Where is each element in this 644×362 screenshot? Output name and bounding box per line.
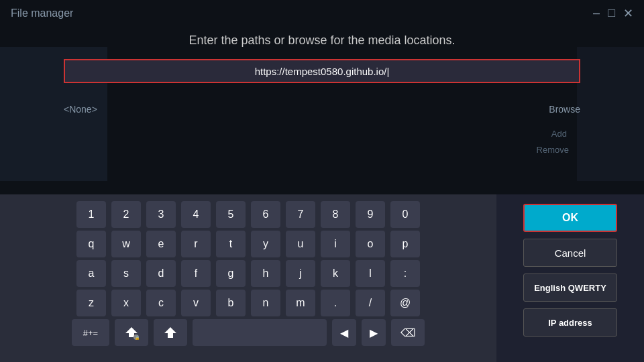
close-icon[interactable]: ✕ — [623, 6, 633, 21]
key-1[interactable]: 1 — [76, 201, 106, 228]
key-shift[interactable] — [154, 319, 187, 346]
key-symbols[interactable]: #+= — [72, 319, 109, 346]
keyboard-row-al: a s d f g h j k l : — [76, 260, 420, 287]
url-input[interactable] — [64, 59, 580, 83]
key-arrow-left[interactable]: ◀ — [332, 319, 356, 346]
key-k[interactable]: k — [321, 260, 350, 287]
ip-address-button[interactable]: IP address — [523, 308, 617, 337]
key-e[interactable]: e — [146, 231, 176, 257]
keyboard-row-special: #+= 🔒 ◀ ▶ ⌫ — [72, 319, 425, 346]
key-6[interactable]: 6 — [251, 201, 280, 228]
keyboard-row-numbers: 1 2 3 4 5 6 7 8 9 0 — [76, 201, 420, 228]
cancel-button[interactable]: Cancel — [523, 239, 617, 267]
bg-panel-right — [577, 47, 644, 181]
key-g[interactable]: g — [216, 260, 246, 287]
key-9[interactable]: 9 — [356, 201, 385, 228]
none-label: <None> — [64, 104, 97, 115]
key-q[interactable]: q — [76, 231, 106, 257]
key-d[interactable]: d — [146, 260, 176, 287]
key-z[interactable]: z — [76, 290, 106, 316]
action-panel: OK Cancel English QWERTY IP address — [496, 194, 644, 362]
key-3[interactable]: 3 — [146, 201, 176, 228]
window-controls: – □ ✕ — [593, 6, 633, 21]
key-space[interactable] — [193, 319, 327, 346]
title-bar: File manager – □ ✕ — [0, 0, 644, 27]
key-arrow-right[interactable]: ▶ — [362, 319, 386, 346]
window-title: File manager — [11, 7, 73, 19]
add-label: Add — [551, 129, 567, 139]
key-4[interactable]: 4 — [181, 201, 211, 228]
keyboard: 1 2 3 4 5 6 7 8 9 0 q w e r t y u i o p … — [0, 194, 496, 362]
key-slash[interactable]: / — [356, 290, 385, 316]
key-r[interactable]: r — [181, 231, 211, 257]
ok-button[interactable]: OK — [523, 204, 617, 232]
key-s[interactable]: s — [111, 260, 141, 287]
remove-label: Remove — [537, 145, 569, 155]
key-x[interactable]: x — [111, 290, 141, 316]
key-b[interactable]: b — [216, 290, 246, 316]
key-f[interactable]: f — [181, 260, 211, 287]
url-input-container — [64, 59, 580, 83]
key-c[interactable]: c — [146, 290, 176, 316]
maximize-icon[interactable]: □ — [608, 6, 615, 21]
key-p[interactable]: p — [390, 231, 420, 257]
key-0[interactable]: 0 — [390, 201, 420, 228]
key-2[interactable]: 2 — [111, 201, 141, 228]
minimize-icon[interactable]: – — [593, 6, 600, 21]
key-colon[interactable]: : — [390, 260, 420, 287]
key-l[interactable]: l — [356, 260, 385, 287]
svg-text:🔒: 🔒 — [135, 335, 140, 340]
key-j[interactable]: j — [286, 260, 315, 287]
svg-marker-3 — [164, 327, 176, 338]
key-8[interactable]: 8 — [321, 201, 350, 228]
key-n[interactable]: n — [251, 290, 280, 316]
key-7[interactable]: 7 — [286, 201, 315, 228]
key-y[interactable]: y — [251, 231, 280, 257]
none-browse-row: <None> Browse — [64, 104, 580, 115]
keyboard-row-qp: q w e r t y u i o p — [76, 231, 420, 257]
key-t[interactable]: t — [216, 231, 246, 257]
key-i[interactable]: i — [321, 231, 350, 257]
language-button[interactable]: English QWERTY — [523, 274, 617, 302]
key-period[interactable]: . — [321, 290, 350, 316]
key-o[interactable]: o — [356, 231, 385, 257]
browse-button[interactable]: Browse — [549, 104, 580, 115]
key-h[interactable]: h — [251, 260, 280, 287]
key-5[interactable]: 5 — [216, 201, 246, 228]
key-a[interactable]: a — [76, 260, 106, 287]
subtitle-text: Enter the paths or browse for the media … — [0, 28, 644, 53]
key-u[interactable]: u — [286, 231, 315, 257]
key-m[interactable]: m — [286, 290, 315, 316]
key-v[interactable]: v — [181, 290, 211, 316]
key-at[interactable]: @ — [390, 290, 420, 316]
key-backspace[interactable]: ⌫ — [391, 319, 425, 346]
keyboard-row-zat: z x c v b n m . / @ — [76, 290, 420, 316]
key-shift-lock[interactable]: 🔒 — [115, 319, 148, 346]
key-w[interactable]: w — [111, 231, 141, 257]
